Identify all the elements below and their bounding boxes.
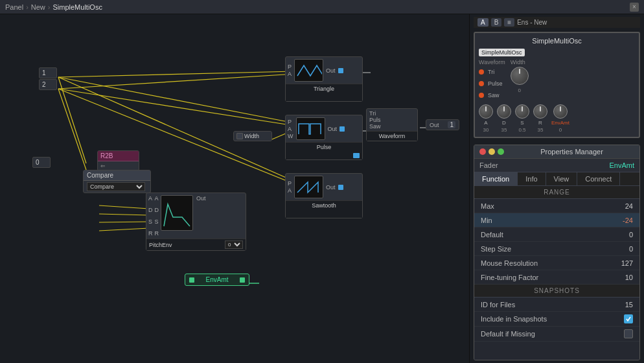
sep1: › [26,3,29,11]
tab-info[interactable]: Info [518,172,546,185]
triangle-node[interactable]: P A Out Triangle [285,56,363,102]
ens-btn-a[interactable]: A [477,18,489,27]
ens-bar: A B ≡ Ens - New [474,17,640,28]
traffic-light-green[interactable] [498,148,504,155]
default-label: Default [481,231,503,239]
range-default-row: Default 0 [474,228,639,242]
r2b-header: R2B [98,151,139,161]
adsr-wave-icon [163,198,191,229]
out-final-node: Out 1 [426,119,459,130]
range-min-row: Min -24 [474,213,639,228]
pulse-node[interactable]: P A W Out Pulse [285,115,363,160]
r2b-node[interactable]: R2B ⇐ [97,150,139,171]
ens-btn-menu[interactable]: ≡ [504,18,514,27]
tab-connect[interactable]: Connect [577,172,620,185]
adsr-d-knob[interactable] [497,104,511,119]
saw-led [479,93,484,98]
checkmark-icon [625,316,632,322]
compare-select[interactable]: Compare [84,181,150,193]
canvas-area[interactable]: 1 2 0 R2B ⇐ Compare Compare [0,14,469,363]
triangle-label: Triangle [286,84,362,93]
stepsize-value: 0 [614,245,633,253]
mouseres-value: 127 [614,259,633,267]
zero-node: 0 [32,157,51,168]
breadcrumb: Panel › New › SimpleMultiOsc [5,3,102,11]
finetune-value: 10 [614,274,633,281]
envamt-node[interactable]: EnvAmt [185,274,249,286]
adsr-r-knob[interactable] [533,104,547,119]
include-snapshots-row: Include in Snapshots [474,312,639,327]
title-bar: Panel › New › SimpleMultiOsc × [0,0,644,14]
range-max-row: Max 24 [474,199,639,213]
stepsize-label: Step Size [481,245,511,253]
adsr-a-knob[interactable] [479,104,493,119]
close-button[interactable]: × [630,3,639,12]
include-checkbox[interactable] [624,314,633,323]
props-fader-row: Fader EnvAmt [474,159,639,172]
compare-header: Compare [84,170,150,181]
pitchenv-node[interactable]: A D S R A D S R Out [146,193,246,251]
range-finetune-row: Fine-tuning Factor 10 [474,270,639,285]
breadcrumb-panel[interactable]: Panel [5,3,23,11]
sawtooth-wave-icon [296,178,322,196]
fader-label: Fader [479,161,498,169]
tab-view[interactable]: View [546,172,578,185]
breadcrumb-new[interactable]: New [31,3,45,11]
envamt-knob[interactable] [553,104,568,119]
tri-led [479,69,484,75]
max-label: Max [481,202,494,210]
snapshots-section-header: SNAPSHOTS [474,285,639,298]
sawtooth-node[interactable]: P A Out Sawtooth [285,173,363,218]
width-node[interactable]: Width [233,131,272,141]
width-lbl: Width [511,59,529,65]
waveform-node[interactable]: Tri Puls Saw Waveform [366,108,418,141]
saw-option: Saw [488,92,500,99]
id-label: ID for Files [481,301,515,309]
envamt-fader-label: EnvAmt [609,161,634,169]
width-knob[interactable] [511,67,529,85]
default-missing-row: Default if Missing [474,327,639,342]
props-title-bar: Properties Manager [474,145,639,159]
plugin-preview: SimpleMultiOsc SimpleMultiOsc Waveform T… [474,32,640,138]
traffic-lights [479,148,504,155]
svg-line-11 [99,205,149,209]
traffic-light-red[interactable] [479,148,486,155]
svg-line-14 [99,228,149,231]
num-node-2: 2 [39,79,57,90]
default-missing-checkbox[interactable] [624,329,633,338]
include-label: Include in Snapshots [481,315,547,323]
sep2: › [48,3,51,11]
wire-canvas [0,14,469,363]
sawtooth-label: Sawtooth [286,200,362,210]
compare-node[interactable]: Compare Compare [83,170,151,193]
pulse-option: Pulse [488,80,503,87]
num-node-1: 1 [39,67,57,78]
adsr-s-knob[interactable] [515,104,529,119]
snapshots-id-row: ID for Files 15 [474,298,639,312]
default-missing-label: Default if Missing [481,330,535,338]
pitchenv-label: PitchEnv [149,242,172,248]
ens-btn-b[interactable]: B [491,18,502,27]
range-stepsize-row: Step Size 0 [474,242,639,256]
finetune-label: Fine-tuning Factor [481,274,538,281]
pulse-label: Pulse [286,142,362,152]
main-layout: 1 2 0 R2B ⇐ Compare Compare [0,14,644,363]
triangle-wave-icon [296,62,322,80]
ens-label: Ens - New [517,19,547,26]
range-section-header: RANGE [474,186,639,199]
waveform-lbl: Waveform [479,59,505,65]
tri-option: Tri [488,69,494,75]
svg-line-12 [99,214,149,215]
svg-line-2 [58,77,295,182]
min-value: -24 [614,217,633,224]
props-tabs: Function Info View Connect [474,172,639,186]
min-label: Min [481,217,492,224]
traffic-light-yellow[interactable] [489,148,495,155]
waveform-label: Waveform [367,132,417,141]
breadcrumb-active: SimpleMultiOsc [53,3,102,11]
tab-function[interactable]: Function [474,172,518,185]
properties-manager: Properties Manager Fader EnvAmt Function… [474,145,640,360]
svg-line-0 [58,71,295,77]
mouseres-label: Mouse Resolution [481,259,538,267]
envamt-node-label: EnvAmt [205,276,228,283]
